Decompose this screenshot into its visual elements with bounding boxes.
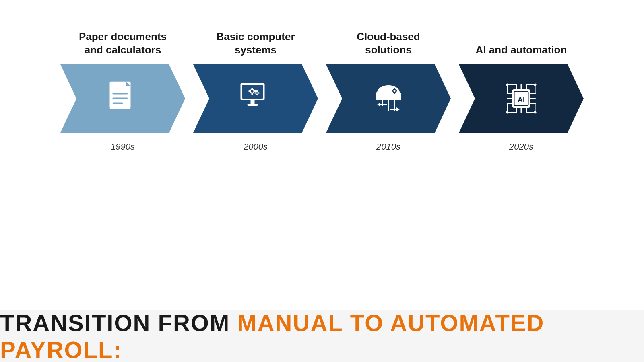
cloud-icon bbox=[368, 80, 409, 117]
timeline-item-2010s: Cloud-basedsolutions bbox=[322, 24, 455, 152]
svg-rect-10 bbox=[248, 104, 258, 106]
svg-rect-33 bbox=[396, 90, 397, 92]
item-label-1990s: Paper documentsand calculators bbox=[79, 24, 167, 56]
svg-rect-27 bbox=[376, 94, 401, 100]
timeline-section: Paper documentsand calculators 19 bbox=[0, 24, 644, 152]
banner-text: TRANSITION FROM MANUAL TO AUTOMATED PAYR… bbox=[0, 309, 644, 362]
svg-rect-15 bbox=[249, 90, 250, 92]
decade-1990s: 1990s bbox=[111, 142, 135, 152]
chevron-1990s bbox=[60, 64, 185, 133]
svg-marker-35 bbox=[377, 103, 380, 107]
timeline-item-2020s: AI and automation AI bbox=[455, 24, 588, 152]
timeline-item-2000s: Basic computersystems bbox=[189, 24, 322, 152]
decade-2000s: 2000s bbox=[244, 142, 268, 152]
document-icon bbox=[108, 82, 138, 116]
svg-rect-9 bbox=[251, 100, 255, 104]
computer-icon bbox=[239, 82, 273, 115]
bottom-banner: TRANSITION FROM MANUAL TO AUTOMATED PAYR… bbox=[0, 310, 644, 362]
svg-rect-13 bbox=[252, 88, 253, 89]
decade-2020s: 2020s bbox=[509, 142, 533, 152]
item-label-2010s: Cloud-basedsolutions bbox=[357, 24, 420, 56]
svg-point-18 bbox=[256, 92, 258, 94]
svg-rect-16 bbox=[254, 90, 256, 92]
svg-rect-19 bbox=[256, 90, 258, 92]
chevron-2000s bbox=[193, 64, 318, 133]
decade-2010s: 2010s bbox=[376, 142, 400, 152]
svg-point-29 bbox=[394, 90, 396, 92]
svg-rect-31 bbox=[394, 93, 395, 94]
timeline-item-1990s: Paper documentsand calculators 19 bbox=[56, 24, 189, 152]
svg-rect-30 bbox=[394, 88, 395, 89]
chevron-2020s: AI bbox=[459, 64, 584, 133]
item-label-2020s: AI and automation bbox=[476, 24, 567, 56]
main-container: Paper documentsand calculators 19 bbox=[0, 0, 644, 362]
svg-text:AI: AI bbox=[518, 96, 525, 104]
ai-chip-icon: AI bbox=[502, 80, 541, 118]
chevron-2010s bbox=[326, 64, 451, 133]
svg-point-12 bbox=[251, 90, 254, 93]
svg-rect-20 bbox=[256, 94, 258, 95]
svg-rect-14 bbox=[252, 93, 253, 95]
item-label-2000s: Basic computersystems bbox=[216, 24, 295, 56]
svg-marker-37 bbox=[396, 107, 400, 111]
svg-rect-22 bbox=[258, 93, 260, 94]
svg-rect-32 bbox=[392, 90, 393, 92]
banner-prefix: TRANSITION FROM bbox=[0, 310, 237, 336]
svg-rect-21 bbox=[255, 93, 256, 94]
